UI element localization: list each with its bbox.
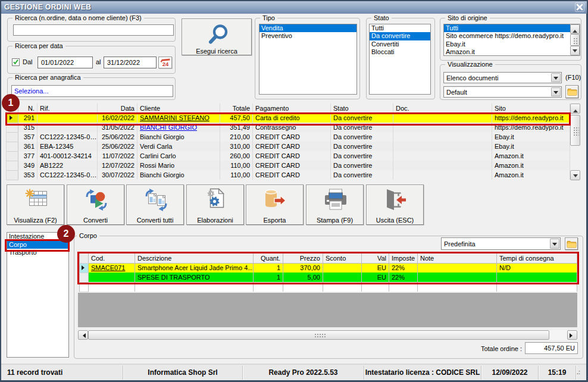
svg-text:24: 24	[162, 61, 169, 67]
